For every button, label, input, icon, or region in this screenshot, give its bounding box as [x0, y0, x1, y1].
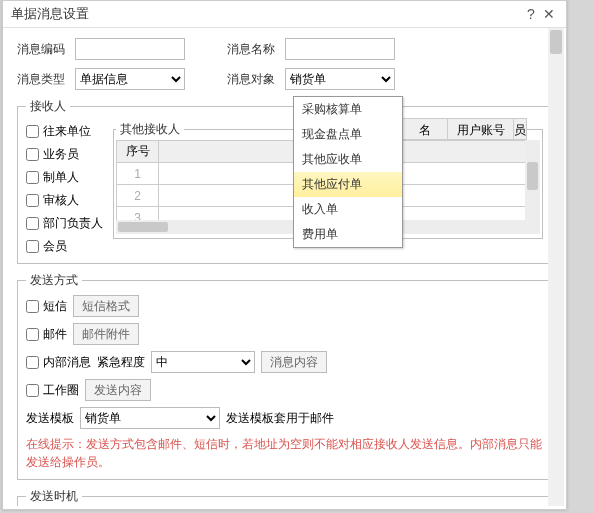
mail-cb[interactable]	[26, 328, 39, 341]
msg-target-select[interactable]: 销货单	[285, 68, 395, 90]
msg-target-label: 消息对象	[227, 71, 279, 88]
workgroup-content-button[interactable]: 发送内容	[85, 379, 151, 401]
warning-text: 在线提示：发送方式包含邮件、短信时，若地址为空则不能对相应接收人发送信息。内部消…	[26, 435, 543, 471]
dropdown-option[interactable]: 其他应收单	[294, 147, 402, 172]
dropdown-option[interactable]: 收入单	[294, 197, 402, 222]
msg-code-input[interactable]	[75, 38, 185, 60]
recipients-legend: 接收人	[26, 98, 70, 115]
dropdown-option[interactable]: 其他应付单	[294, 172, 402, 197]
template-note: 发送模板套用于邮件	[226, 410, 334, 427]
mail-attach-button[interactable]: 邮件附件	[73, 323, 139, 345]
dropdown-option[interactable]: 采购核算单	[294, 97, 402, 122]
content: 消息编码 消息名称 消息类型 单据信息 消息对象 销货单 接收人 往来单位 业务…	[3, 28, 566, 506]
msg-code-label: 消息编码	[17, 41, 69, 58]
dialog-title: 单据消息设置	[11, 5, 522, 23]
msg-target-dropdown: 采购核算单 现金盘点单 其他应收单 其他应付单 收入单 费用单	[293, 96, 403, 248]
msg-name-label: 消息名称	[227, 41, 279, 58]
dialog: 单据消息设置 ? ✕ 消息编码 消息名称 消息类型 单据信息 消息对象 销货单 …	[2, 0, 567, 510]
recipient-cb-2[interactable]	[26, 171, 39, 184]
dropdown-option[interactable]: 现金盘点单	[294, 122, 402, 147]
extra-columns: 名 用户账号 员	[401, 118, 527, 140]
send-method-fieldset: 发送方式 短信 短信格式 邮件 邮件附件 内部消息 紧急程度 中 消息内容 工作…	[17, 272, 552, 480]
urgency-select[interactable]: 中	[151, 351, 255, 373]
send-time-fieldset: 发送时机 保存 审核 弃审 删除 取消中止 中止	[17, 488, 552, 506]
dropdown-option[interactable]: 费用单	[294, 222, 402, 247]
dialog-vscroll[interactable]	[548, 28, 564, 506]
col-seq: 序号	[117, 141, 159, 163]
msg-type-select[interactable]: 单据信息	[75, 68, 185, 90]
titlebar: 单据消息设置 ? ✕	[3, 1, 566, 28]
recipient-cb-1[interactable]	[26, 148, 39, 161]
sms-cb[interactable]	[26, 300, 39, 313]
help-icon[interactable]: ?	[522, 6, 540, 22]
msg-type-label: 消息类型	[17, 71, 69, 88]
workgroup-cb[interactable]	[26, 384, 39, 397]
msg-name-input[interactable]	[285, 38, 395, 60]
send-time-legend: 发送时机	[26, 488, 82, 505]
innermsg-content-button[interactable]: 消息内容	[261, 351, 327, 373]
innermsg-cb[interactable]	[26, 356, 39, 369]
template-select[interactable]: 销货单	[80, 407, 220, 429]
recipient-cb-0[interactable]	[26, 125, 39, 138]
template-label: 发送模板	[26, 410, 74, 427]
close-icon[interactable]: ✕	[540, 6, 558, 22]
recipients-list: 往来单位 业务员 制单人 审核人 部门负责人 会员	[26, 121, 103, 255]
recipient-cb-5[interactable]	[26, 240, 39, 253]
sms-format-button[interactable]: 短信格式	[73, 295, 139, 317]
table-vscroll[interactable]	[525, 140, 540, 220]
urgency-label: 紧急程度	[97, 354, 145, 371]
recipient-cb-4[interactable]	[26, 217, 39, 230]
other-recipients-legend: 其他接收人	[116, 121, 184, 138]
send-method-legend: 发送方式	[26, 272, 82, 289]
recipient-cb-3[interactable]	[26, 194, 39, 207]
